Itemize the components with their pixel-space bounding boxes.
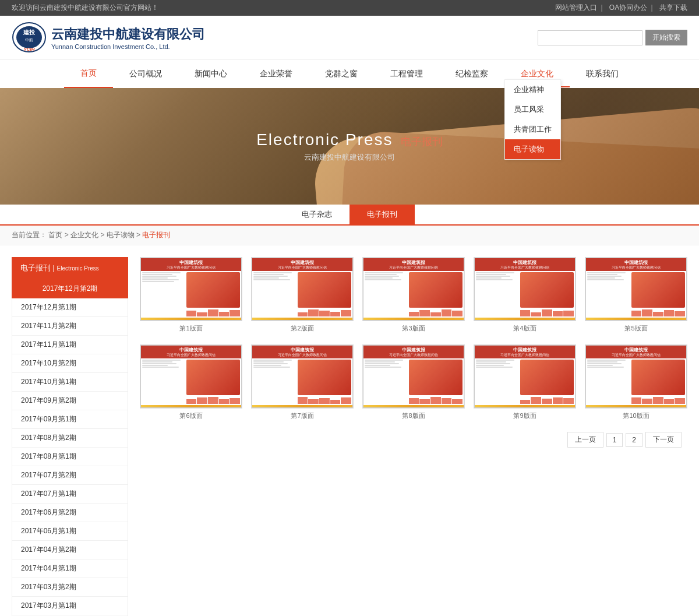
nav-about[interactable]: 公司概况 [113, 61, 178, 87]
article-item-7[interactable]: 中国建筑报 习近平向全国广大教师致慰问信 [251, 344, 354, 420]
banner-title-en: Electronic Press [256, 131, 393, 149]
article-label-7: 第7版面 [251, 411, 354, 420]
article-item-2[interactable]: 中国建筑报 习近平向全国广大教师致慰问信 [251, 257, 354, 333]
breadcrumb-current: 电子报刊 [142, 231, 170, 239]
newspaper-preview-5: 中国建筑报 习近平向全国广大教师致慰问信 [585, 258, 687, 321]
breadcrumb-culture[interactable]: 企业文化 [70, 231, 98, 239]
main-nav: 首页 公司概况 新闻中心 企业荣誉 党群之窗 工程管理 纪检监察 企业文化 企业… [0, 59, 699, 88]
list-item[interactable]: 2017年04月第1期 [12, 559, 128, 578]
logo-en: Yunnan Construction Investment Co., Ltd. [51, 43, 205, 50]
page-1-button[interactable]: 1 [606, 433, 623, 447]
newspaper-preview-9: 中国建筑报 习近平向全国广大教师致慰问信 [474, 345, 576, 408]
banner-subtitle: 云南建投中航建设有限公司 [256, 152, 443, 163]
article-item-4[interactable]: 中国建筑报 习近平向全国广大教师致慰问信 [474, 257, 576, 333]
nav-engineering[interactable]: 工程管理 [374, 61, 439, 87]
newspaper-preview-1: 中国建筑报 习近平向全国广大教师致慰问信 [140, 258, 242, 321]
article-label-10: 第10版面 [585, 411, 687, 420]
welcome-text: 欢迎访问云南建投中航建设有限公司官方网站！ [12, 3, 158, 13]
article-item-3[interactable]: 中国建筑报 习近平向全国广大教师致慰问信 [362, 257, 465, 333]
article-thumb-8: 中国建筑报 习近平向全国广大教师致慰问信 [362, 344, 465, 409]
article-label-4: 第4版面 [474, 324, 576, 333]
list-item[interactable]: 2017年12月第1期 [12, 298, 128, 317]
list-item[interactable]: 2017年07月第2期 [12, 466, 128, 485]
newspaper-preview-6: 中国建筑报 习近平向全国广大教师致慰问信 [140, 345, 242, 408]
logo-cn: 云南建投中航建设有限公司 [51, 26, 205, 43]
article-item-6[interactable]: 中国建筑报 习近平向全国广大教师致慰问信 [140, 344, 242, 420]
article-item-8[interactable]: 中国建筑报 习近平向全国广大教师致慰问信 [362, 344, 465, 420]
banner-title-cn-label: 电子报刊 [401, 136, 443, 147]
search-input[interactable] [538, 30, 642, 45]
article-thumb-5: 中国建筑报 习近平向全国广大教师致慰问信 [585, 257, 687, 321]
list-item[interactable]: 2017年03月第2期 [12, 578, 128, 597]
nav-party[interactable]: 党群之窗 [309, 61, 374, 87]
sidebar-list: 2017年12月第1期 2017年11月第2期 2017年11月第1期 2017… [12, 298, 128, 616]
article-thumb-10: 中国建筑报 习近平向全国广大教师致慰问信 [585, 344, 687, 409]
search-button[interactable]: 开始搜索 [645, 30, 687, 45]
nav-discipline[interactable]: 纪检监察 [439, 61, 504, 87]
prev-page-button[interactable]: 上一页 [567, 432, 603, 448]
list-item[interactable]: 2017年10月第2期 [12, 354, 128, 373]
nav-culture-staff[interactable]: 员工风采 [505, 100, 560, 119]
article-thumb-1: 中国建筑报 习近平向全国广大教师致慰问信 [140, 257, 242, 321]
breadcrumb-home: 当前位置： [12, 231, 47, 239]
list-item[interactable]: 2017年09月第2期 [12, 392, 128, 410]
article-label-5: 第5版面 [585, 324, 687, 333]
list-item[interactable]: 2017年03月第1期 [12, 597, 128, 615]
list-item[interactable]: 2017年08月第1期 [12, 448, 128, 466]
article-item-10[interactable]: 中国建筑报 习近平向全国广大教师致慰问信 [585, 344, 687, 420]
article-item-1[interactable]: 中国建筑报 习近平向全国广大教师致慰问信 [140, 257, 242, 333]
breadcrumb-ereader[interactable]: 电子读物 [107, 231, 135, 239]
top-bar: 欢迎访问云南建投中航建设有限公司官方网站！ 网站管理入口 | OA协同办公 | … [0, 0, 699, 16]
newspaper-preview-2: 中国建筑报 习近平向全国广大教师致慰问信 [252, 258, 353, 321]
tab-magazine[interactable]: 电子杂志 [284, 205, 350, 226]
list-item[interactable]: 2017年04月第2期 [12, 541, 128, 559]
nav-home[interactable]: 首页 [64, 60, 113, 88]
list-item[interactable]: 2017年09月第1期 [12, 410, 128, 429]
article-thumb-2: 中国建筑报 习近平向全国广大教师致慰问信 [251, 257, 354, 321]
download-link[interactable]: 共享下载 [659, 3, 687, 12]
article-label-9: 第9版面 [474, 411, 576, 420]
search-area: 开始搜索 [538, 30, 687, 45]
list-item[interactable]: 2017年10月第1期 [12, 373, 128, 392]
articles-area: 中国建筑报 习近平向全国广大教师致慰问信 [128, 257, 687, 616]
nav-culture-youth[interactable]: 共青团工作 [505, 119, 560, 139]
banner-text: Electronic Press 电子报刊 云南建投中航建设有限公司 [256, 131, 443, 163]
article-thumb-9: 中国建筑报 习近平向全国广大教师致慰问信 [474, 344, 576, 409]
svg-text:建投: 建投 [23, 29, 36, 36]
nav-culture-spirit[interactable]: 企业精神 [505, 80, 560, 100]
nav-contact[interactable]: 联系我们 [570, 61, 635, 87]
list-item[interactable]: 2017年06月第1期 [12, 522, 128, 541]
article-item-9[interactable]: 中国建筑报 习近平向全国广大教师致慰问信 [474, 344, 576, 420]
article-item-5[interactable]: 中国建筑报 习近平向全国广大教师致慰问信 [585, 257, 687, 333]
list-item[interactable]: 2017年06月第2期 [12, 504, 128, 522]
nav-news[interactable]: 新闻中心 [178, 61, 243, 87]
list-item[interactable]: 2017年08月第2期 [12, 429, 128, 448]
page-2-button[interactable]: 2 [626, 433, 642, 447]
logo-icon: 建投 中航 YCIH [12, 22, 47, 54]
articles-row2: 中国建筑报 习近平向全国广大教师致慰问信 [140, 344, 687, 420]
list-item[interactable]: 2017年11月第2期 [12, 317, 128, 336]
tabs-bar: 电子杂志 电子报刊 [0, 205, 699, 226]
breadcrumb-home-link[interactable]: 首页 [48, 231, 62, 239]
admin-link[interactable]: 网站管理入口 [555, 3, 597, 12]
newspaper-preview-7: 中国建筑报 习近平向全国广大教师致慰问信 [252, 345, 353, 408]
article-label-8: 第8版面 [362, 411, 465, 420]
nav-culture-container: 企业文化 企业精神 员工风采 共青团工作 电子读物 [504, 69, 570, 79]
sidebar-active-item[interactable]: 2017年12月第2期 [12, 279, 128, 298]
nav-honor[interactable]: 企业荣誉 [243, 61, 309, 87]
tab-press[interactable]: 电子报刊 [350, 205, 415, 226]
main-content: 电子报刊 | Electronic Press 2017年12月第2期 2017… [0, 245, 699, 616]
nav-culture-dropdown: 企业精神 员工风采 共青团工作 电子读物 [504, 79, 561, 160]
sidebar-title-cn: 电子报刊 | Electronic Press [20, 263, 119, 273]
article-thumb-4: 中国建筑报 习近平向全国广大教师致慰问信 [474, 257, 576, 321]
newspaper-preview-8: 中国建筑报 习近平向全国广大教师致慰问信 [363, 345, 464, 408]
oa-link[interactable]: OA协同办公 [609, 3, 647, 12]
header: 建投 中航 YCIH 云南建投中航建设有限公司 Yunnan Construct… [0, 16, 699, 59]
top-bar-links: 网站管理入口 | OA协同办公 | 共享下载 [552, 3, 687, 13]
nav-culture-ereader[interactable]: 电子读物 [505, 139, 560, 159]
next-page-button[interactable]: 下一页 [645, 432, 682, 448]
list-item[interactable]: 2017年07月第1期 [12, 485, 128, 504]
list-item[interactable]: 2017年11月第1期 [12, 336, 128, 354]
svg-text:YCIH: YCIH [23, 47, 34, 52]
article-thumb-7: 中国建筑报 习近平向全国广大教师致慰问信 [251, 344, 354, 409]
